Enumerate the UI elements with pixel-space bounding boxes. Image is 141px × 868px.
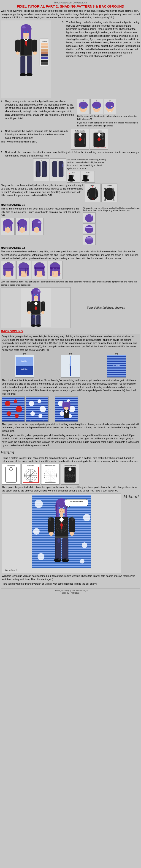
svg-point-5 [22,26,26,28]
bg-step-2-svg: very slim [61,355,80,378]
bg-steps-row-1: (1) light blue dark blue (2) [2,352,139,378]
shoe-demo: Shoe 1 2 3 [67,171,80,183]
svg-point-189 [14,400,17,403]
svg-rect-18 [27,56,32,74]
main-illustration-area: Palette 1 The first thing I do before sh… [1,20,140,98]
bg-step-3: (3) 500 skew [94,352,139,378]
svg-point-109 [91,215,92,216]
svg-point-69 [68,179,75,182]
face-demo-2: 2 [91,99,103,114]
highlight-type-gradient [83,235,96,245]
hair-demo-2 [15,218,29,235]
svg-point-115 [86,237,93,241]
step1-area: 1 The first thing I do before shading is… [62,20,140,98]
bg-text-1: Okay this is going to be long to explain… [2,335,139,351]
svg-point-199 [29,401,34,406]
svg-point-70 [72,175,74,177]
main-doll-area: Palette [1,20,61,98]
doll-finished-text-area: Your doll is finished, cheers!! [72,306,140,309]
step2-text-area: 2 Okay, having in mind where the light w… [1,99,76,128]
bg-preview-circles: red circles on bg [2,397,25,422]
svg-point-200 [38,400,41,403]
svg-point-19 [20,73,26,76]
step-2-text: Okay, having in mind where the light wil… [5,100,76,120]
svg-text:Jacket shading: Jacket shading [75,130,85,132]
svg-point-15 [33,52,37,55]
svg-point-57 [101,133,104,137]
svg-text:Shaded: Shaded [107,185,112,186]
svg-text:1: 1 [41,159,41,161]
step-4-text: Next we do the pants and the shirt the s… [5,151,140,157]
svg-point-167 [33,315,35,318]
hair-02-demo-1: step 1 [1,261,16,279]
svg-point-98 [23,227,25,228]
bg-step-2-label: (2) [48,352,93,355]
svg-point-278 [63,507,64,508]
step-3: 3 Next we shade the clothes, begging wit… [1,129,70,140]
step-2-num: 2 [1,100,4,102]
svg-rect-146 [38,292,40,301]
jacket-white: jacket outline [2,464,20,485]
step3-text: 3 Next we shade the clothes, begging wit… [1,129,70,150]
svg-point-192 [15,414,19,418]
bg-step-1-label: (1) [2,352,47,355]
svg-point-46 [111,107,112,108]
hair-02-text: This one is more tedious and use it very… [1,250,140,260]
svg-point-39 [92,102,101,109]
svg-point-294 [49,532,54,536]
jacket-demo: Jacket shading [71,129,89,150]
svg-point-160 [28,301,30,304]
svg-point-66 [62,164,64,167]
sleeve-demo-row: Sleeve 1 1 2 Shaded [85,184,140,202]
svg-point-41 [97,107,99,108]
svg-point-97 [20,227,21,228]
svg-point-268 [80,559,84,563]
patterns-text-2: Then paste the jacket all white above th… [2,486,139,492]
svg-point-292 [49,517,51,521]
hair-02-demo-4: highlights lighter color [47,261,63,279]
sleeve-images: Sleeve 1 1 2 Shaded [85,184,140,202]
svg-point-262 [35,500,43,508]
mikhail-name: Mikhail [123,494,139,499]
svg-text:2: 2 [92,198,93,199]
svg-point-301 [62,558,69,562]
spider-web-pattern: spider web [22,464,40,485]
mikhail-section: I'm a bullet what ...I'm all for it... M… [2,494,139,573]
svg-point-299 [58,538,60,543]
svg-rect-154 [35,299,37,301]
svg-text:I'm a bullet what: I'm a bullet what [70,501,83,503]
pants-demo-1: 1 [33,158,49,181]
im-all-for-text: ...I'm all for it... [3,569,120,572]
credits-line-1: Tutorial, Mikhail (c) TheUltimateAngel [1,589,140,592]
svg-point-20 [26,73,33,76]
svg-point-110 [90,215,91,216]
bg-step-2: (2) very slim [48,352,93,378]
svg-rect-113 [86,227,93,227]
svg-rect-25 [41,46,47,49]
svg-rect-30 [41,60,47,62]
mikhail-final-svg: I'm a bullet what [32,495,91,568]
bg-final-result: final result [55,397,78,422]
svg-point-169 [36,324,41,327]
svg-rect-27 [41,52,47,54]
jacket-with-web-colored: colored web jacket [61,464,79,485]
hair-shading-02-title: HAIR SHADING 02 [1,246,140,249]
step2-area: 2 Okay, having in mind where the light w… [1,99,140,128]
sleeve-demo-1: Sleeve 1 1 2 [85,184,101,202]
svg-text:3: 3 [75,177,75,178]
svg-text:light blue: light blue [21,361,28,362]
hair-01-note: You can try and do different kinds of hi… [83,207,140,212]
svg-rect-31 [41,62,47,65]
svg-text:+ shine: + shine [97,130,102,132]
bg-step-3-svg: 500 skew [107,355,126,378]
doll-finished-area: Your doll is finished, cheers!! [1,287,140,328]
svg-point-44 [106,102,114,109]
mikhail-doll-bg: I'm a bullet what ...I'm all for it... [2,494,121,573]
main-doll-svg: Palette [1,20,51,98]
svg-point-77 [86,175,89,177]
hair-02-note: With the shadows done, you get a lighter… [1,280,140,286]
step-3-text: Next we shade the clothes, begging with … [5,129,70,140]
page-title: PIXEL TUTORIAL PART 2: SHADING,PATTERNS … [1,4,140,8]
svg-rect-139 [50,268,60,269]
svg-point-7 [27,31,28,33]
